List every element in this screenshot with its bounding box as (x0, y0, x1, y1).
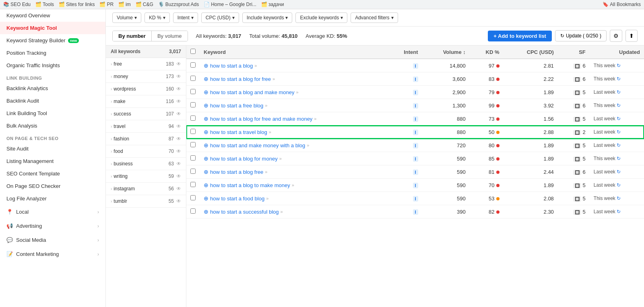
sidebar-item-listing-management[interactable]: Listing Management (0, 155, 105, 167)
group-item[interactable]: › writing 59 👁 (106, 170, 186, 183)
refresh-icon[interactable]: ↻ (617, 169, 621, 175)
eye-icon[interactable]: 👁 (176, 186, 181, 192)
sidebar-item-backlink-audit[interactable]: Backlink Audit (0, 95, 105, 107)
intent-badge[interactable]: I (413, 103, 418, 109)
keyword-link[interactable]: ⊕ how to start a blog and make money » (204, 89, 384, 95)
refresh-icon[interactable]: ↻ (617, 129, 621, 135)
bookmark-sites-for-links[interactable]: 🗂️ Sites for links (59, 2, 95, 7)
sidebar-item-organic-traffic-insights[interactable]: Organic Traffic Insights (0, 59, 105, 72)
refresh-icon[interactable]: ↻ (617, 196, 621, 201)
sf-icon[interactable]: 🔲 (573, 117, 581, 122)
update-button[interactable]: ↻ ↻ Update Update (0/250) (555, 30, 607, 41)
refresh-icon[interactable]: ↻ (617, 182, 621, 188)
intent-badge[interactable]: I (413, 156, 418, 162)
intent-badge[interactable]: I (413, 209, 418, 215)
filter-kd[interactable]: KD % ▾ (144, 12, 170, 23)
eye-icon[interactable]: 👁 (176, 111, 181, 117)
eye-icon[interactable]: 👁 (176, 136, 181, 142)
intent-badge[interactable]: I (413, 196, 418, 202)
row-checkbox[interactable] (190, 155, 196, 161)
sidebar-item-keyword-magic-tool[interactable]: Keyword Magic Tool (0, 22, 105, 34)
col-header-volume[interactable]: Volume ↕ (422, 45, 470, 59)
intent-badge[interactable]: I (413, 130, 418, 135)
eye-icon[interactable]: 👁 (176, 161, 181, 167)
sf-icon[interactable]: 🔲 (573, 90, 581, 95)
keyword-link[interactable]: ⊕ how to start a blog to make money » (204, 182, 384, 188)
keyword-link[interactable]: ⊕ how to start a blog for free and make … (204, 115, 384, 122)
row-checkbox[interactable] (190, 195, 196, 200)
group-item[interactable]: › travel 94 👁 (106, 120, 186, 133)
sidebar-expandable-social-media[interactable]: 💬Social Media › (0, 233, 105, 247)
sf-icon[interactable]: 🔲 (573, 103, 581, 109)
sidebar-expandable-local[interactable]: 📍Local › (0, 205, 105, 219)
sidebar-item-keyword-overview[interactable]: Keyword Overview (0, 9, 105, 22)
intent-badge[interactable]: I (413, 183, 418, 188)
intent-badge[interactable]: I (413, 169, 418, 175)
all-bookmarks[interactable]: 🔖 All Bookmarks (603, 2, 641, 7)
sf-icon[interactable]: 🔲 (573, 170, 581, 175)
keyword-link[interactable]: ⊕ how to start a travel blog » (204, 129, 384, 135)
row-checkbox[interactable] (190, 208, 196, 214)
keyword-link[interactable]: ⊕ how to start a blog for free » (204, 76, 384, 82)
eye-icon[interactable]: 👁 (176, 198, 181, 204)
filter-intent[interactable]: Intent ▾ (173, 12, 198, 23)
eye-icon[interactable]: 👁 (176, 99, 181, 104)
row-checkbox[interactable] (190, 102, 196, 107)
filter-cpc[interactable]: CPC (USD) ▾ (201, 12, 239, 23)
eye-icon[interactable]: 👁 (176, 173, 181, 179)
row-checkbox[interactable] (190, 62, 196, 68)
sf-icon[interactable]: 🔲 (573, 130, 581, 135)
eye-icon[interactable]: 👁 (176, 74, 181, 79)
eye-icon[interactable]: 👁 (176, 61, 181, 67)
bookmark-buzzsprout[interactable]: 🎙️ Buzzsprout Ads (158, 2, 199, 7)
sidebar-item-site-audit[interactable]: Site Audit (0, 142, 105, 155)
bookmark-tools[interactable]: 🗂️ Tools (35, 2, 54, 7)
sf-icon[interactable]: 🔲 (573, 64, 581, 69)
row-checkbox[interactable] (190, 115, 196, 121)
row-checkbox[interactable] (190, 142, 196, 147)
group-item[interactable]: › tumblr 55 👁 (106, 195, 186, 208)
refresh-icon[interactable]: ↻ (617, 209, 621, 214)
bookmark-cg[interactable]: 🗂️ C&G (136, 2, 153, 7)
group-item[interactable]: › food 70 👁 (106, 145, 186, 158)
refresh-icon[interactable]: ↻ (617, 156, 621, 161)
keyword-link[interactable]: ⊕ how to start a blog free » (204, 169, 384, 175)
eye-icon[interactable]: 👁 (176, 148, 181, 154)
sf-icon[interactable]: 🔲 (573, 143, 581, 148)
sidebar-expandable-advertising[interactable]: 📢Advertising › (0, 219, 105, 233)
sf-icon[interactable]: 🔲 (573, 183, 581, 188)
sidebar-item-link-building-tool[interactable]: Link Building Tool (0, 107, 105, 120)
intent-badge[interactable]: I (413, 90, 418, 95)
keyword-link[interactable]: ⊕ how to start a free blog » (204, 102, 384, 109)
sf-icon[interactable]: 🔲 (573, 210, 581, 215)
group-item[interactable]: › business 63 👁 (106, 158, 186, 170)
keyword-link[interactable]: ⊕ how to start a blog » (204, 62, 384, 69)
sidebar-item-on-page-seo-checker[interactable]: On Page SEO Checker (0, 180, 105, 192)
row-checkbox[interactable] (190, 89, 196, 94)
sidebar-item-keyword-strategy-builder[interactable]: Keyword Strategy Builder new (0, 34, 105, 47)
filter-volume[interactable]: Volume ▾ (112, 12, 141, 23)
eye-icon[interactable]: 👁 (176, 86, 181, 92)
tab-by-number[interactable]: By number (113, 31, 152, 41)
group-item[interactable]: › wordpress 160 👁 (106, 83, 186, 95)
refresh-icon[interactable]: ↻ (617, 116, 621, 122)
filter-exclude-keywords[interactable]: Exclude keywords ▾ (295, 12, 347, 23)
row-checkbox[interactable] (190, 182, 196, 187)
sf-icon[interactable]: 🔲 (573, 196, 581, 202)
sf-icon[interactable]: 🔲 (573, 157, 581, 162)
sidebar-item-seo-content-template[interactable]: SEO Content Template (0, 167, 105, 180)
select-all-checkbox[interactable] (190, 49, 196, 54)
intent-badge[interactable]: I (413, 76, 418, 82)
row-checkbox[interactable] (190, 76, 196, 81)
keyword-link[interactable]: ⊕ how to start a successful blog » (204, 208, 384, 215)
intent-badge[interactable]: I (413, 116, 418, 122)
sidebar-item-position-tracking[interactable]: Position Tracking (0, 47, 105, 59)
refresh-icon[interactable]: ↻ (617, 89, 621, 95)
intent-badge[interactable]: I (413, 143, 418, 148)
group-item[interactable]: › success 107 👁 (106, 108, 186, 120)
settings-icon-button[interactable]: ⚙ (610, 30, 622, 42)
group-item[interactable]: › free 183 👁 (106, 58, 186, 70)
group-item[interactable]: › money 173 👁 (106, 70, 186, 83)
tab-by-volume[interactable]: By volume (152, 31, 188, 41)
refresh-icon[interactable]: ↻ (617, 76, 621, 82)
